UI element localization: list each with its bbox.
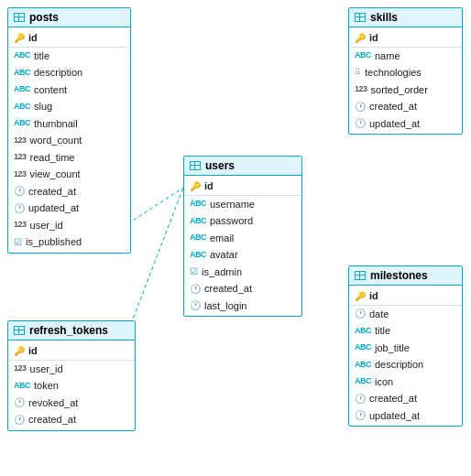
table-posts-header: posts <box>8 8 130 27</box>
grid-icon: ⠿ <box>355 67 361 80</box>
abc-icon: ABC <box>14 101 30 114</box>
users-col-email[interactable]: ABCemail <box>184 230 301 247</box>
users-col-created_at[interactable]: 🕐created_at <box>184 280 301 298</box>
table-posts[interactable]: posts 🔑 id ABCtitle ABCdescription ABCco… <box>7 7 131 254</box>
clock-icon: 🕐 <box>14 184 25 198</box>
clock-icon: 🕐 <box>190 282 201 296</box>
table-skills-label: skills <box>370 11 398 24</box>
posts-col-title[interactable]: ABCtitle <box>8 48 130 65</box>
posts-col-id[interactable]: 🔑 id <box>8 29 130 48</box>
clock-icon: 🕐 <box>355 116 366 130</box>
abc-icon: ABC <box>14 380 30 393</box>
skills-col-name[interactable]: ABCname <box>349 48 462 65</box>
table-users[interactable]: users 🔑 id ABCusername ABCpassword ABCem… <box>183 156 302 317</box>
clock-icon: 🕐 <box>355 100 366 114</box>
users-col-avatar[interactable]: ABCavatar <box>184 246 301 264</box>
milestones-col-description[interactable]: ABCdescription <box>349 356 462 373</box>
pk-icon: 🔑 <box>14 344 25 358</box>
clock-icon: 🕐 <box>14 395 25 409</box>
bool-icon: ☑ <box>190 265 198 278</box>
skills-col-sorted_order[interactable]: 123sorted_order <box>349 81 462 99</box>
num-icon: 123 <box>14 151 27 164</box>
milestones-col-created_at[interactable]: 🕐created_at <box>349 390 462 407</box>
abc-icon: ABC <box>355 341 371 354</box>
posts-col-word_count[interactable]: 123word_count <box>8 132 130 149</box>
skills-col-created_at[interactable]: 🕐created_at <box>349 98 462 115</box>
table-milestones-header: milestones <box>349 266 462 286</box>
num-icon: 123 <box>14 219 27 232</box>
clock-icon: 🕐 <box>355 307 366 320</box>
posts-col-content[interactable]: ABCcontent <box>8 81 130 99</box>
abc-icon: ABC <box>14 117 30 130</box>
abc-icon: ABC <box>14 67 30 80</box>
table-icon <box>190 161 201 170</box>
clock-icon: 🕐 <box>14 413 25 427</box>
table-refresh-tokens-label: refresh_tokens <box>29 324 108 337</box>
abc-icon: ABC <box>355 325 371 338</box>
table-refresh-tokens-header: refresh_tokens <box>8 321 135 341</box>
table-skills-header: skills <box>349 8 462 27</box>
users-col-last_login[interactable]: 🕐last_login <box>184 298 301 315</box>
skills-col-technologies[interactable]: ⠿technologies <box>349 64 462 81</box>
posts-col-updated_at[interactable]: 🕐updated_at <box>8 200 130 217</box>
pk-icon: 🔑 <box>14 31 25 45</box>
milestones-col-updated_at[interactable]: 🕐updated_at <box>349 407 462 425</box>
posts-col-read_time[interactable]: 123read_time <box>8 149 130 167</box>
skills-col-updated_at[interactable]: 🕐updated_at <box>349 115 462 133</box>
pk-icon: 🔑 <box>190 179 201 193</box>
milestones-col-job_title[interactable]: ABCjob_title <box>349 340 462 357</box>
bool-icon: ☑ <box>14 235 22 249</box>
milestones-col-title[interactable]: ABCtitle <box>349 322 462 340</box>
skills-col-id[interactable]: 🔑 id <box>349 29 462 48</box>
refresh-tokens-col-token[interactable]: ABCtoken <box>8 377 135 395</box>
refresh-tokens-col-id[interactable]: 🔑 id <box>8 342 135 361</box>
table-users-label: users <box>205 159 235 172</box>
table-users-rows: 🔑 id ABCusername ABCpassword ABCemail AB… <box>184 176 301 316</box>
table-refresh-tokens[interactable]: refresh_tokens 🔑 id 123user_id ABCtoken … <box>7 320 136 431</box>
table-skills-rows: 🔑 id ABCname ⠿technologies 123sorted_ord… <box>349 27 462 134</box>
users-col-password[interactable]: ABCpassword <box>184 212 301 230</box>
abc-icon: ABC <box>355 359 371 372</box>
abc-icon: ABC <box>14 49 30 62</box>
posts-col-slug[interactable]: ABCslug <box>8 98 130 115</box>
posts-col-is_published[interactable]: ☑is_published <box>8 233 130 251</box>
posts-col-thumbnail[interactable]: ABCthumbnail <box>8 115 130 133</box>
table-posts-label: posts <box>29 11 59 24</box>
table-milestones-rows: 🔑 id 🕐date ABCtitle ABCjob_title ABCdesc… <box>349 286 462 426</box>
users-col-id[interactable]: 🔑 id <box>184 178 301 196</box>
abc-icon: ABC <box>355 375 371 388</box>
posts-col-created_at[interactable]: 🕐created_at <box>8 183 130 200</box>
posts-col-user_id[interactable]: 123user_id <box>8 217 130 234</box>
table-icon <box>14 13 25 22</box>
clock-icon: 🕐 <box>14 201 25 215</box>
table-skills[interactable]: skills 🔑 id ABCname ⠿technologies 123sor… <box>348 7 463 135</box>
posts-col-description[interactable]: ABCdescription <box>8 64 130 81</box>
refresh-tokens-col-created_at[interactable]: 🕐created_at <box>8 411 135 428</box>
num-icon: 123 <box>14 362 27 375</box>
clock-icon: 🕐 <box>355 392 366 406</box>
abc-icon: ABC <box>190 249 206 262</box>
table-icon <box>14 326 25 335</box>
table-users-header: users <box>184 157 301 176</box>
table-milestones-label: milestones <box>370 269 428 282</box>
abc-icon: ABC <box>14 83 30 96</box>
milestones-col-date[interactable]: 🕐date <box>349 306 462 323</box>
posts-col-view_count[interactable]: 123view_count <box>8 166 130 183</box>
table-refresh-tokens-rows: 🔑 id 123user_id ABCtoken 🕐revoked_at 🕐cr… <box>8 341 135 430</box>
users-col-username[interactable]: ABCusername <box>184 196 301 213</box>
milestones-col-id[interactable]: 🔑 id <box>349 287 462 306</box>
clock-icon: 🕐 <box>355 408 366 422</box>
refresh-tokens-col-revoked_at[interactable]: 🕐revoked_at <box>8 395 135 412</box>
num-icon: 123 <box>14 135 27 147</box>
refresh-tokens-col-user_id[interactable]: 123user_id <box>8 361 135 378</box>
abc-icon: ABC <box>355 49 371 62</box>
db-canvas: posts 🔑 id ABCtitle ABCdescription ABCco… <box>0 0 471 476</box>
milestones-col-icon[interactable]: ABCicon <box>349 373 462 391</box>
table-icon <box>355 271 366 280</box>
abc-icon: ABC <box>190 198 206 211</box>
table-milestones[interactable]: milestones 🔑 id 🕐date ABCtitle ABCjob_ti… <box>348 265 463 427</box>
users-col-is_admin[interactable]: ☑is_admin <box>184 264 301 281</box>
pk-icon: 🔑 <box>355 31 366 45</box>
table-posts-rows: 🔑 id ABCtitle ABCdescription ABCcontent … <box>8 27 130 253</box>
abc-icon: ABC <box>190 215 206 228</box>
